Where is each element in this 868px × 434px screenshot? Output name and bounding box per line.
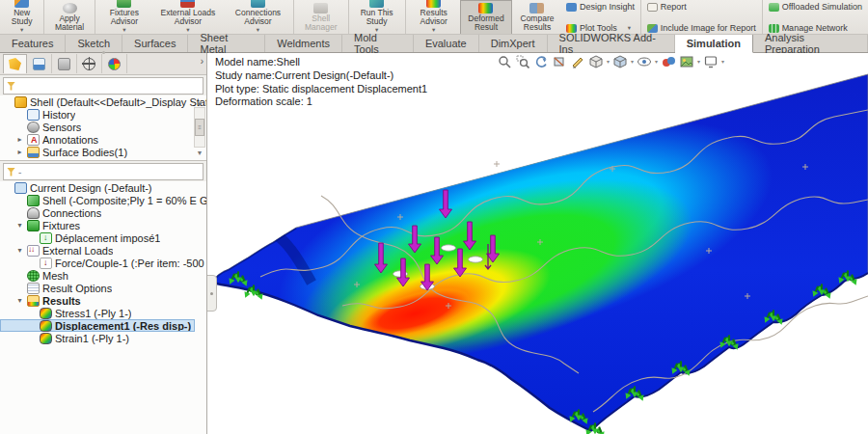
tree-collapsed-arrow[interactable]: ▸ [15,135,24,144]
tree-item-fixtures[interactable]: ▾Fixtures [0,219,206,231]
simulation-study-tree: Current Design (-Default-)Shell (-Compos… [0,181,206,434]
configuration-manager-icon [58,58,70,70]
tab-mold-tools[interactable]: Mold Tools [342,35,414,52]
tree-collapsed-arrow[interactable]: ▸ [15,148,24,156]
connections-advisor-dropdown-arrow[interactable]: ▾ [257,27,259,33]
external-loads-advisor-button[interactable]: External Loads Advisor ▾ [151,0,225,34]
display-style-dropdown-arrow[interactable]: ▾ [631,58,634,65]
tree-item-annotations[interactable]: ▸Annotations [0,133,206,146]
tree-item-shell-composite-ply-1-60-e-glass-filber-in-ep[interactable]: Shell (-Composite;Ply 1 = 60% E Glass fi… [0,194,206,206]
panel-tab-overflow-chevron[interactable]: › [201,56,203,67]
zoom-to-fit-icon[interactable] [497,54,512,68]
compare-results-button[interactable]: Compare Results [512,0,562,34]
new-study-icon [14,0,29,8]
report-button[interactable]: Report [647,2,756,12]
new-study-dropdown-arrow[interactable]: ▾ [20,27,23,33]
design-insight-button[interactable]: Design Insight [566,2,635,12]
apply-scene-icon[interactable] [679,54,694,68]
tree-item-results[interactable]: ▾Results [0,294,206,307]
tab-analysis-preparation[interactable]: Analysis Preparation [753,35,868,52]
connections-advisor-button[interactable]: Connections Advisor ▾ [225,0,291,34]
connections-advisor-icon [251,0,265,8]
tree-item-external-loads[interactable]: ▾External Loads [0,244,206,257]
graphics-viewport[interactable]: Model name:Shell Study name:Current Desi… [207,53,868,434]
view-settings-dropdown-arrow[interactable]: ▾ [721,58,724,65]
tab-configuration-manager[interactable] [52,54,77,73]
tab-solidworks-add-ins[interactable]: SOLIDWORKS Add-Ins [548,35,675,52]
tab-sheet-metal[interactable]: Sheet Metal [188,35,265,52]
feature-tree-filter[interactable] [3,77,203,95]
tab-simulation[interactable]: Simulation [675,35,753,53]
tab-property-manager[interactable] [27,54,52,73]
plot-icon [40,320,52,332]
tree-item-mesh[interactable]: Mesh [0,269,206,282]
display-style-icon[interactable] [612,54,628,68]
zoom-to-area-icon[interactable] [515,54,530,68]
tab-weldments[interactable]: Weldments [265,35,342,52]
tab-evaluate[interactable]: Evaluate [414,35,479,52]
scroll-up-arrow[interactable]: ▲ [197,97,203,107]
view-orientation-icon[interactable] [588,54,604,68]
run-this-study-icon [369,0,384,8]
results-advisor-dropdown-arrow[interactable]: ▾ [432,27,435,33]
tree-item-strain1-ply-1[interactable]: Strain1 (-Ply 1-) [0,332,206,344]
plot-tools-dropdown-arrow[interactable]: ▾ [628,25,631,31]
plot-type-line: Plot type: Static displacement Displacem… [215,83,427,96]
run-this-study-button[interactable]: Run This Study ▾ [351,0,403,34]
external-loads-dropdown-arrow[interactable]: ▾ [186,27,189,33]
feature-tree-scrollbar[interactable]: ▲ ≡ ▼ [194,97,205,157]
fixtures-advisor-dropdown-arrow[interactable]: ▾ [122,27,125,33]
panel-flyout-handle[interactable] [207,275,217,312]
deformed-result-icon [478,3,493,14]
apply-scene-dropdown-arrow[interactable]: ▾ [697,58,700,65]
feature-manager-icon [9,58,21,70]
tree-item-shell-default-default-display-state-11[interactable]: Shell (Default<<Default>_Display State 1… [0,95,206,108]
tree-item-history[interactable]: History [0,108,206,121]
tree-item-displacement1-res-disp[interactable]: Displacement1 (-Res disp-) [0,319,195,332]
view-orientation-dropdown-arrow[interactable]: ▾ [607,58,610,65]
tree-item-stress1-ply-1[interactable]: Stress1 (-Ply 1-) [0,307,206,319]
view-settings-icon[interactable] [703,54,719,68]
fixtures-advisor-button[interactable]: Fixtures Advisor ▾ [97,0,151,34]
hide-show-items-icon[interactable] [637,54,652,68]
tab-dimxpert[interactable]: DimXpert [479,35,548,52]
panel-splitter-handle[interactable] [93,51,114,54]
tab-feature-manager[interactable] [3,54,27,73]
previous-view-icon[interactable] [533,54,549,68]
tab-surfaces[interactable]: Surfaces [122,35,188,52]
deformed-result-button[interactable]: Deformed Result [460,0,512,34]
include-image-for-report-button[interactable]: Include Image for Report [647,23,756,33]
apply-material-button[interactable]: Apply Material [46,0,93,34]
extloads-icon [27,245,40,257]
displacement-plot-model[interactable] [207,53,868,434]
tab-sketch[interactable]: Sketch [66,35,122,52]
tree-item-connections[interactable]: Connections [0,206,206,219]
design-insight-icon [566,3,577,12]
tree-item-force-couple-1-per-item-500-n[interactable]: Force/Couple-1 (:Per item: -500 N:) [0,257,206,269]
tree-item-sensors[interactable]: Sensors [0,121,206,133]
scroll-down-arrow[interactable]: ▼ [197,148,203,157]
tree-item-d-placement-impos-1[interactable]: Déplacement imposé1 [0,231,206,244]
edit-appearance-icon[interactable] [661,54,676,68]
ribbon-separator [640,0,641,34]
tree-item-surface-bodies-1[interactable]: ▸Surface Bodies(1) [0,146,206,158]
deformation-scale-line: Deformation scale: 1 [215,95,427,109]
folder-surf-icon [27,147,40,158]
results-advisor-button[interactable]: Results Advisor ▾ [407,0,460,34]
section-view-icon[interactable] [552,54,567,68]
simulation-tree-filter[interactable]: - [3,163,203,180]
tab-display-manager[interactable] [102,54,127,73]
annotation-views-icon[interactable] [570,54,585,68]
tree-expanded-arrow[interactable]: ▾ [15,221,24,230]
tree-expanded-arrow[interactable]: ▾ [15,296,24,305]
tree-expanded-arrow[interactable]: ▾ [15,246,24,255]
offloaded-simulation-button[interactable]: Offloaded Simulation [769,2,862,12]
tab-features[interactable]: Features [0,35,66,52]
tree-item-result-options[interactable]: Result Options [0,282,206,294]
scrollbar-thumb[interactable]: ≡ [195,119,204,136]
tree-item-current-design-default[interactable]: Current Design (-Default-) [0,181,206,194]
mesh-icon [27,270,40,282]
tab-dimxpert-manager[interactable] [77,54,102,73]
new-study-button[interactable]: New Study ▾ [2,0,41,34]
hide-show-items-dropdown-arrow[interactable]: ▾ [655,58,658,65]
